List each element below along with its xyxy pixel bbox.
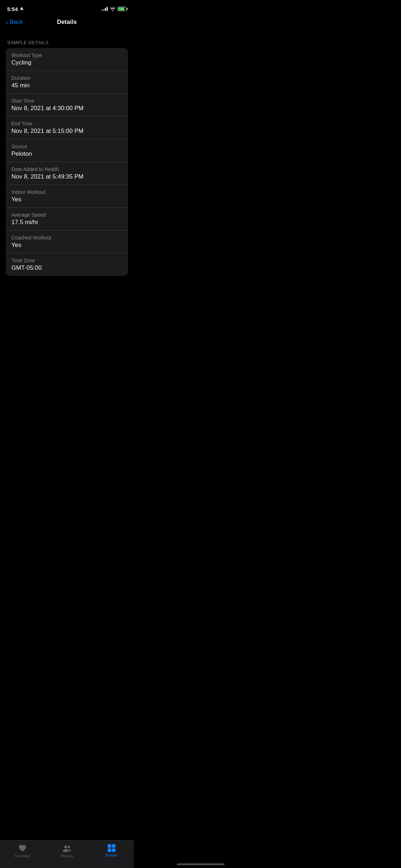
detail-label: Start Time	[11, 98, 122, 104]
detail-label: Date Added to Health	[11, 166, 122, 172]
back-button[interactable]: ‹ Back	[6, 19, 23, 26]
detail-row: End TimeNov 8, 2021 at 5:15:00 PM	[6, 117, 128, 139]
detail-row: Average Speed17.5 mi/hr	[6, 208, 128, 231]
detail-value: GMT-05:00	[11, 264, 122, 272]
signal-bars-icon	[101, 7, 108, 11]
detail-label: Indoor Workout	[11, 189, 122, 195]
detail-row: Workout TypeCycling	[6, 48, 128, 71]
main-content: SAMPLE DETAILS Workout TypeCyclingDurati…	[0, 31, 134, 276]
chevron-left-icon: ‹	[6, 19, 8, 26]
detail-row: SourcePeloton	[6, 139, 128, 162]
detail-label: End Time	[11, 121, 122, 126]
detail-label: Time Zone	[11, 258, 122, 263]
detail-row: Indoor WorkoutYes	[6, 185, 128, 208]
detail-value: Cycling	[11, 59, 122, 66]
back-label: Back	[10, 19, 23, 26]
detail-value: Nov 8, 2021 at 4:30:00 PM	[11, 105, 122, 112]
nav-bar: ‹ Back Details	[0, 16, 134, 31]
svg-marker-0	[20, 7, 24, 10]
status-bar: 5:54 ⚡	[0, 0, 134, 16]
detail-label: Source	[11, 144, 122, 149]
detail-row: Date Added to HealthNov 8, 2021 at 5:49:…	[6, 162, 128, 185]
status-time: 5:54	[7, 6, 24, 12]
detail-row: Coached WorkoutYes	[6, 231, 128, 253]
detail-value: Nov 8, 2021 at 5:49:35 PM	[11, 173, 122, 180]
detail-value: Yes	[11, 242, 122, 249]
battery-icon: ⚡	[118, 7, 127, 11]
detail-label: Workout Type	[11, 52, 122, 58]
status-icons: ⚡	[101, 7, 127, 11]
page-title: Details	[57, 19, 77, 26]
wifi-icon	[110, 7, 115, 11]
detail-value: 45 min	[11, 82, 122, 89]
detail-label: Duration	[11, 75, 122, 81]
detail-card: Workout TypeCyclingDuration45 minStart T…	[6, 48, 128, 276]
section-label: SAMPLE DETAILS	[6, 40, 128, 45]
detail-value: 17.5 mi/hr	[11, 219, 122, 226]
detail-value: Nov 8, 2021 at 5:15:00 PM	[11, 128, 122, 135]
detail-row: Time ZoneGMT-05:00	[6, 253, 128, 276]
detail-label: Average Speed	[11, 212, 122, 218]
detail-value: Yes	[11, 196, 122, 203]
detail-label: Coached Workout	[11, 235, 122, 241]
detail-row: Duration45 min	[6, 71, 128, 94]
detail-row: Start TimeNov 8, 2021 at 4:30:00 PM	[6, 94, 128, 117]
detail-value: Peloton	[11, 150, 122, 157]
